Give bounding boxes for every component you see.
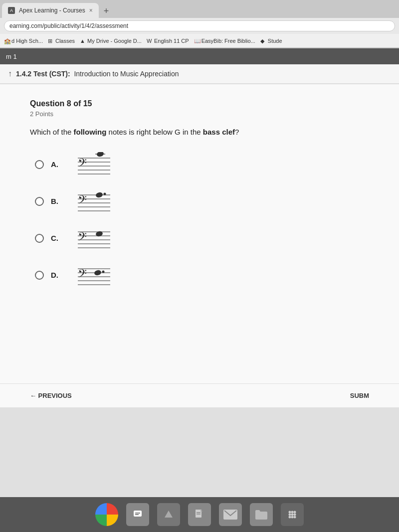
bookmark-easybib[interactable]: 📖 EasyBib: Free Biblio... [194,38,255,44]
doc-icon: W [147,38,153,44]
svg-point-44 [291,514,294,516]
bookmark-label: Stude [268,38,282,44]
svg-text:𝄢: 𝄢 [78,267,87,283]
address-bar-row: earning.com/public/activity/1/4/2/assess… [0,18,399,34]
option-c-label: C. [51,234,61,242]
svg-text:𝄢: 𝄢 [78,193,87,209]
drive-icon: ▲ [80,38,86,44]
school-icon: 🏫 [4,38,10,44]
bookmarks-bar: 🏫 d High Sch... ⊞ Classes ▲ My Drive - G… [0,34,399,48]
question-text: Which of the following notes is right be… [30,127,369,138]
taskbar-folder-icon[interactable] [250,503,273,526]
tab-favicon: A [8,7,15,14]
svg-point-43 [289,514,291,516]
bookmark-drive[interactable]: ▲ My Drive - Google D... [80,38,142,44]
taskbar [0,497,399,532]
previous-button[interactable]: ← PREVIOUS [30,392,72,399]
bookmark-label: My Drive - Google D... [87,38,142,44]
tab-close-button[interactable]: × [89,7,93,14]
options-list: A. 𝄢 B. [35,152,369,288]
bookmark-label: EasyBib: Free Biblio... [201,38,255,44]
browser-chrome: A Apex Learning - Courses × + earning.co… [0,0,399,48]
tab-title: Apex Learning - Courses [19,7,85,14]
svg-text:𝄢: 𝄢 [78,157,87,172]
page-nav: m 1 [0,48,399,64]
bookmark-label: Classes [55,38,75,44]
svg-point-41 [291,511,294,514]
taskbar-docs-icon[interactable] [188,503,211,526]
question-points: 2 Points [30,110,369,118]
option-c-notation: 𝄢 [68,226,113,251]
footer-nav: ← PREVIOUS SUBM [0,384,399,407]
main-content: Question 8 of 15 2 Points Which of the f… [0,84,399,383]
new-tab-button[interactable]: + [99,4,114,18]
taskbar-drive-icon[interactable] [157,503,180,526]
taskbar-chrome-icon[interactable] [95,503,118,526]
up-arrow-icon: ↑ [8,69,12,78]
grid-icon: ⊞ [48,38,54,44]
option-b-label: B. [51,197,61,205]
svg-point-29 [94,269,102,276]
bookmark-english[interactable]: W English 11 CP [147,38,189,44]
book-icon: 📖 [194,38,200,44]
svg-point-42 [294,511,296,514]
taskbar-person-icon[interactable] [126,503,149,526]
footer-row: ← PREVIOUS SUBM [0,383,399,407]
test-subtitle: Introduction to Music Appreciation [74,70,179,78]
address-bar[interactable]: earning.com/public/activity/1/4/2/assess… [4,20,395,31]
svg-point-40 [289,511,291,514]
option-a-label: A. [51,160,61,169]
svg-point-46 [289,516,291,519]
bookmark-label: d High Sch... [11,38,43,44]
svg-point-14 [95,191,103,198]
tab-bar: A Apex Learning - Courses × + [0,0,399,18]
option-b-notation: 𝄢 [68,189,113,214]
option-d-notation: 𝄢 [68,263,113,288]
svg-text:𝄢: 𝄢 [78,230,87,246]
svg-point-7 [96,152,104,158]
svg-point-45 [294,514,296,516]
radio-b[interactable] [35,197,44,206]
option-a-notation: 𝄢 [68,152,113,177]
option-c[interactable]: C. 𝄢 [35,226,369,251]
taskbar-gmail-icon[interactable] [219,503,242,526]
taskbar-dots-icon[interactable] [281,503,304,526]
bookmark-classes[interactable]: ⊞ Classes [48,38,75,44]
test-title: 1.4.2 Test (CST): Introduction to Music … [16,70,179,78]
svg-point-15 [104,192,106,195]
svg-rect-31 [134,511,142,517]
active-tab[interactable]: A Apex Learning - Courses × [2,3,99,18]
svg-point-30 [102,270,105,273]
bookmark-high-school[interactable]: 🏫 d High Sch... [4,38,43,44]
question-header: Question 8 of 15 [30,99,369,108]
submit-button[interactable]: SUBM [350,392,369,399]
option-a[interactable]: A. 𝄢 [35,152,369,177]
svg-point-47 [291,516,294,519]
content-area: Question 8 of 15 2 Points Which of the f… [0,84,399,407]
bookmark-student[interactable]: ◆ Stude [260,38,282,44]
radio-c[interactable] [35,234,44,243]
svg-point-48 [294,516,296,519]
radio-d[interactable] [35,271,44,280]
option-d[interactable]: D. 𝄢 [35,263,369,288]
page-nav-label: m 1 [6,53,17,60]
bookmark-label: English 11 CP [154,38,189,44]
option-d-label: D. [51,271,61,279]
radio-a[interactable] [35,160,44,169]
option-b[interactable]: B. 𝄢 [35,189,369,214]
diamond-icon: ◆ [260,38,266,44]
svg-marker-34 [165,511,173,518]
content-header: ↑ 1.4.2 Test (CST): Introduction to Musi… [0,64,399,84]
svg-point-22 [95,230,103,237]
